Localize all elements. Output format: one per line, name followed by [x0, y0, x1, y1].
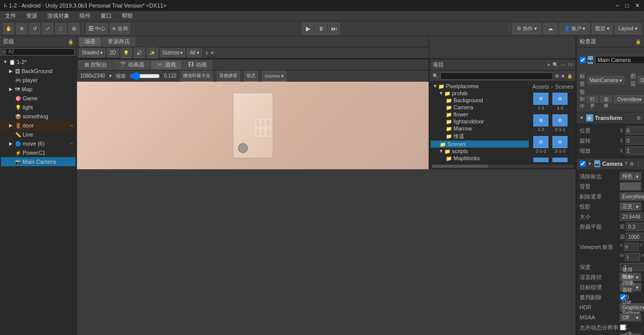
account-btn[interactable]: 👤 账户 ▾ — [559, 23, 590, 34]
scene-item-1-3[interactable]: ⚙1-3 — [532, 113, 549, 133]
project-search-input[interactable] — [440, 73, 552, 80]
vp-x-input[interactable] — [624, 243, 639, 251]
hier-item-something[interactable]: 📦 something — [1, 112, 75, 121]
maximize-play-btn[interactable]: 播放时最大化 — [181, 71, 213, 82]
inspector-active-checkbox[interactable] — [580, 57, 586, 63]
center-btn[interactable]: ☰ 中心 — [86, 23, 108, 34]
all-dropdown[interactable]: All ▾ — [187, 48, 201, 57]
pos-x-input[interactable] — [625, 126, 644, 135]
hier-item-map[interactable]: ▶ 🗺 Map — [1, 85, 75, 94]
animation-tab[interactable]: 🎞 动画 — [183, 60, 212, 70]
hdr-dropdown[interactable]: Use Graphics Settings ▾ — [620, 303, 644, 311]
animator-tab[interactable]: 🎬 动画器 — [114, 60, 150, 70]
tag-dropdown[interactable]: MainCamera ▾ — [587, 76, 624, 84]
msaa-dropdown[interactable]: Off ▾ — [620, 313, 641, 321]
file-flower[interactable]: 📁 flower — [431, 111, 529, 118]
scale-slider[interactable] — [130, 72, 160, 80]
scene-item-2-1[interactable]: ⚙2-1 — [532, 157, 549, 162]
global-btn[interactable]: ⊕ 全局 — [110, 23, 130, 34]
scale-tool-btn[interactable]: ⤢ — [42, 23, 53, 34]
rot-x-input[interactable] — [625, 137, 644, 145]
file-marrow[interactable]: 📁 Marrow — [431, 125, 529, 132]
scene-light-btn[interactable]: 💡 — [121, 47, 132, 58]
size-input[interactable] — [620, 213, 644, 221]
clip-far-input[interactable] — [626, 233, 644, 241]
menu-help[interactable]: 帮助 — [120, 12, 135, 20]
game-tab[interactable]: 🎮 游戏 — [151, 60, 182, 70]
target-texture-dropdown[interactable]: None (渲染器纹理) ▾ — [620, 283, 641, 291]
clip-near-input[interactable] — [626, 223, 644, 231]
camera-help[interactable]: ? — [624, 161, 627, 167]
overrides-btn[interactable]: Overrides ▾ — [614, 95, 644, 103]
breadcrumb-scenes[interactable]: Scenes — [555, 84, 574, 90]
gizmos-dropdown[interactable]: Gizmos ▾ — [160, 48, 186, 57]
scene-item-2-1-3[interactable]: ⚙2-1-3 — [551, 135, 569, 155]
scene-audio-btn[interactable]: 🔊 — [134, 47, 145, 58]
hand-tool-btn[interactable]: ✋ — [3, 23, 14, 34]
move-tool-btn[interactable]: ⊕ — [16, 23, 27, 34]
file-lightanddoor[interactable]: 📁 lightanddoor — [431, 118, 529, 125]
scale-x-input[interactable] — [625, 147, 644, 155]
hierarchy-lock[interactable]: 🔒 — [68, 39, 73, 44]
bg-color-picker[interactable] — [620, 182, 641, 190]
mute-btn[interactable]: 音效静音 — [217, 71, 240, 82]
close-btn[interactable]: ✕ — [635, 2, 640, 9]
scene-item-2-1-1[interactable]: ⚙2-1-1 — [551, 113, 569, 133]
pause-btn[interactable]: ⏸ — [315, 23, 327, 35]
project-scrollbar[interactable] — [430, 162, 575, 169]
vp-w-input[interactable] — [625, 253, 640, 261]
maximize-btn[interactable]: □ — [625, 2, 629, 9]
hier-item-light[interactable]: 💡 light — [1, 103, 75, 112]
transform-header[interactable]: ▼ ⊞ Transform ⚙ — [577, 112, 644, 123]
hier-item-root[interactable]: ▼ 📋 1-2* — [1, 57, 75, 66]
transform-tool-btn[interactable]: ⊞ — [68, 23, 79, 34]
project-bookmark-btn[interactable]: ★ — [561, 74, 565, 79]
status-btn[interactable]: 状态 — [244, 71, 258, 82]
breadcrumb-assets[interactable]: Assets — [532, 84, 549, 90]
hier-item-player[interactable]: 🎮 player — [1, 76, 75, 85]
scene-item-2-1-2[interactable]: ⚙2-1-2 — [532, 135, 549, 155]
layer-dropdown[interactable]: Default ▾ — [638, 76, 644, 84]
mode-2d-btn[interactable]: 2D — [107, 48, 119, 57]
scene-item-2-2-1[interactable]: ⚙2-2-1 — [551, 157, 569, 162]
scene-tab[interactable]: 场景 — [79, 37, 101, 46]
file-scripts[interactable]: ▼ 📁 scripts — [431, 148, 529, 155]
culling-dropdown[interactable]: Everything ▾ — [620, 192, 644, 200]
collaborate-btn[interactable]: ⚙ 协作 ▾ — [512, 23, 541, 34]
game-view[interactable] — [77, 82, 429, 169]
file-camera[interactable]: 📁 Camera — [431, 104, 529, 111]
scene-close[interactable]: ✕ — [210, 50, 214, 55]
clear-flags-dropdown[interactable]: 纯色 ▾ — [620, 172, 641, 180]
menu-assets[interactable]: 资源 — [24, 12, 39, 20]
inspector-name-input[interactable] — [595, 56, 644, 64]
hier-item-background[interactable]: ▶ 🖼 BackGround — [1, 66, 75, 76]
hier-item-powerc1[interactable]: ⚡ PowerC1 — [1, 148, 75, 157]
file-scenes[interactable]: 📁 Scenes — [431, 141, 529, 148]
menu-component[interactable]: 组件 — [77, 12, 93, 20]
project-more-btn[interactable]: ⋯ — [560, 62, 566, 68]
file-background[interactable]: 📁 Background — [431, 97, 529, 104]
file-profab[interactable]: ▼ 📁 profab — [431, 90, 529, 97]
project-lock-btn[interactable]: 🔒 — [567, 74, 573, 79]
hier-item-line[interactable]: 📏 Line — [1, 130, 75, 139]
menu-gameobject[interactable]: 游戏对象 — [45, 12, 71, 20]
scene-item-1-2[interactable]: ⚙1-2 — [551, 92, 569, 111]
camera-comp-header[interactable]: ▼ 📷 Camera ? ⚙ ⋮ — [577, 158, 644, 169]
gizmos-btn[interactable]: Gizmos ▾ — [262, 71, 286, 82]
menu-file[interactable]: 文件 — [3, 12, 18, 20]
hier-item-game[interactable]: 🎯 Game — [1, 94, 75, 103]
camera-more[interactable]: ⋮ — [636, 161, 641, 167]
rect-tool-btn[interactable]: □ — [55, 23, 66, 34]
cloud-btn[interactable]: ☁ — [543, 23, 557, 34]
scene-item-1-1[interactable]: ⚙1-1 — [532, 92, 549, 111]
scene-fx-btn[interactable]: ✨ — [147, 47, 158, 58]
layout-btn[interactable]: Layout ▾ — [615, 23, 641, 34]
step-btn[interactable]: ⏭ — [328, 23, 340, 35]
play-btn[interactable]: ▶ — [302, 23, 314, 35]
hier-item-door[interactable]: ▶ 🚪 door → — [1, 121, 75, 130]
inspector-lock-btn[interactable]: 🔒 — [635, 39, 641, 44]
project-add-btn[interactable]: + — [547, 62, 550, 68]
hier-item-move6[interactable]: ▶ 🔵 move (6) → — [1, 139, 75, 148]
projection-dropdown[interactable]: 正交 ▾ — [620, 203, 641, 211]
prefab-open-btn[interactable]: 打开 — [587, 96, 598, 103]
